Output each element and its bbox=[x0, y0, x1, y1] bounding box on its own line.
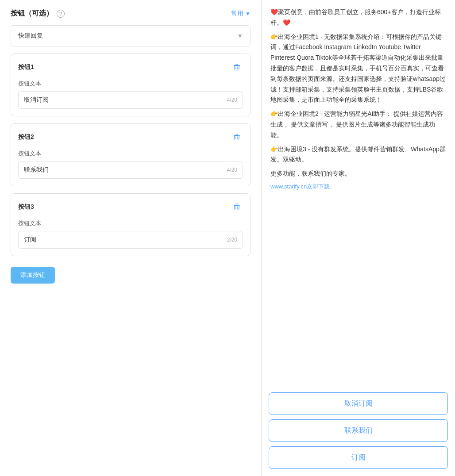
text-input-row-1[interactable]: 取消订阅 4/20 bbox=[18, 91, 243, 109]
quick-reply-dropdown[interactable]: 快速回复 ▼ bbox=[11, 25, 251, 46]
preview-text: ❤️聚页创意，由前谷歌员工创立，服务600+客户，打造行业标杆。❤️👉出海企业困… bbox=[270, 7, 446, 179]
preview-paragraph-3: 👉出海企业困境2 - 运营能力弱星光AI助手： 提供社媒运营内容生成， 提供文章… bbox=[270, 109, 446, 140]
preview-link[interactable]: www.starify.cn立即下载 bbox=[270, 183, 446, 191]
quick-reply-chevron-icon: ▼ bbox=[237, 32, 243, 39]
help-icon[interactable]: ? bbox=[57, 10, 65, 18]
common-label: 常用 bbox=[231, 10, 243, 18]
text-input-value-3: 订阅 bbox=[24, 236, 36, 244]
panel-title-group: 按钮（可选） ? bbox=[11, 9, 65, 18]
svg-rect-1 bbox=[235, 64, 238, 65]
char-count-3: 2/20 bbox=[227, 237, 237, 243]
preview-action-btn-3[interactable]: 订阅 bbox=[269, 446, 448, 469]
text-input-row-2[interactable]: 联系我们 4/20 bbox=[18, 161, 243, 179]
left-panel: 按钮（可选） ? 常用 ▼ 快速回复 ▼ 按钮1 按钮文本 bbox=[0, 0, 261, 476]
field-label-2: 按钮文本 bbox=[18, 150, 243, 157]
chevron-down-icon: ▼ bbox=[245, 11, 251, 17]
btn-card-title-3: 按钮3 bbox=[18, 203, 34, 211]
btn-card-header-1: 按钮1 bbox=[18, 61, 243, 73]
btn-card-header-2: 按钮2 bbox=[18, 131, 243, 143]
btn-card-header-3: 按钮3 bbox=[18, 201, 243, 213]
preview-action-btn-1[interactable]: 取消订阅 bbox=[269, 392, 448, 415]
delete-icon-1[interactable] bbox=[231, 61, 243, 73]
panel-header: 按钮（可选） ? 常用 ▼ bbox=[11, 9, 251, 18]
quick-reply-label: 快速回复 bbox=[18, 32, 43, 40]
preview-paragraph-2: 👉出海企业困境1 - 无数据采集系统介绍：可根据你的产品关键词，通过Facebo… bbox=[270, 32, 446, 106]
text-input-value-1: 取消订阅 bbox=[24, 96, 49, 104]
button-card-2: 按钮2 按钮文本 联系我们 4/20 bbox=[11, 123, 251, 186]
svg-rect-9 bbox=[235, 204, 238, 205]
button-card-1: 按钮1 按钮文本 取消订阅 4/20 bbox=[11, 54, 251, 116]
text-input-value-2: 联系我们 bbox=[24, 166, 49, 174]
field-label-3: 按钮文本 bbox=[18, 219, 243, 227]
preview-content: ❤️聚页创意，由前谷歌员工创立，服务600+客户，打造行业标杆。❤️👉出海企业困… bbox=[262, 0, 455, 392]
button-cards-container: 按钮1 按钮文本 取消订阅 4/20 按钮2 bbox=[11, 54, 251, 256]
preview-buttons: 取消订阅联系我们订阅 bbox=[262, 392, 455, 476]
add-button[interactable]: 添加按钮 bbox=[11, 267, 55, 284]
char-count-2: 4/20 bbox=[227, 167, 237, 173]
char-count-1: 4/20 bbox=[227, 97, 237, 103]
svg-rect-5 bbox=[235, 134, 238, 135]
btn-card-title-1: 按钮1 bbox=[18, 63, 34, 71]
text-input-row-3[interactable]: 订阅 2/20 bbox=[18, 231, 243, 249]
delete-icon-3[interactable] bbox=[231, 201, 243, 213]
btn-card-title-2: 按钮2 bbox=[18, 133, 34, 141]
button-card-3: 按钮3 按钮文本 订阅 2/20 bbox=[11, 193, 251, 256]
panel-title: 按钮（可选） bbox=[11, 9, 53, 18]
common-filter-button[interactable]: 常用 ▼ bbox=[231, 10, 251, 18]
right-panel: ❤️聚页创意，由前谷歌员工创立，服务600+客户，打造行业标杆。❤️👉出海企业困… bbox=[261, 0, 455, 476]
preview-paragraph-5: 更多功能，联系我们的专家。 bbox=[270, 169, 446, 179]
preview-paragraph-4: 👉出海困境3 - 没有群发系统。提供邮件营销群发、WhatsApp群发。双驱动。 bbox=[270, 144, 446, 165]
delete-icon-2[interactable] bbox=[231, 131, 243, 143]
preview-action-btn-2[interactable]: 联系我们 bbox=[269, 419, 448, 442]
preview-paragraph-1: ❤️聚页创意，由前谷歌员工创立，服务600+客户，打造行业标杆。❤️ bbox=[270, 7, 446, 28]
field-label-1: 按钮文本 bbox=[18, 80, 243, 88]
